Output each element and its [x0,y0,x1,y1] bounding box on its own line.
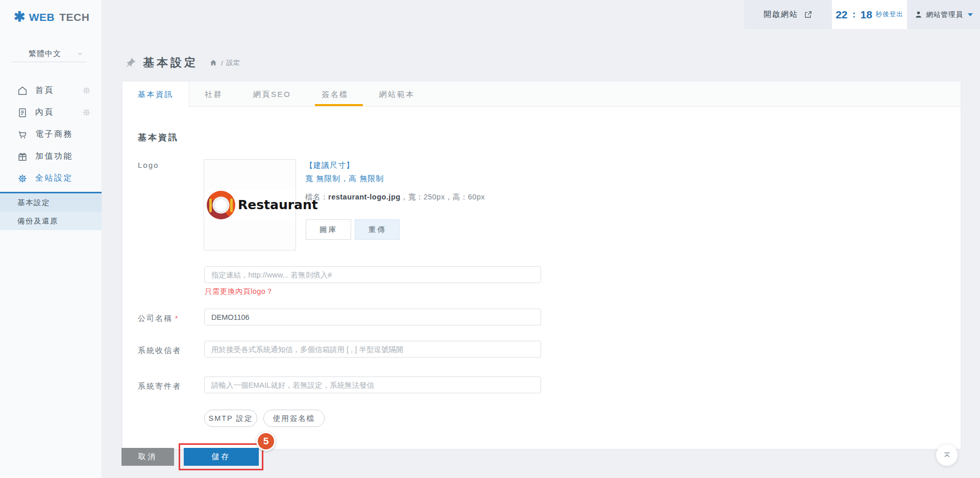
logo-image: Restaurant [204,189,296,221]
company-name-input[interactable] [204,309,541,325]
gear-icon [17,173,28,184]
file-name: restaurant-logo.jpg [328,193,401,201]
timer-suffix-label: 秒後登出 [876,10,903,19]
sidebar-item-label: 內頁 [35,107,54,118]
inner-logo-link[interactable]: 只需更換內頁logo？ [205,287,273,296]
company-name-label-text: 公司名稱 [138,314,173,322]
open-website-label: 開啟網站 [764,10,798,19]
sidebar-item-label: 加值功能 [35,151,73,162]
required-asterisk: * [175,314,179,322]
suggested-size-title: 【建議尺寸】 [305,161,354,170]
open-website-button[interactable]: 開啟網站 [744,0,832,29]
home-icon [17,85,28,96]
person-icon [914,10,923,19]
asterisk-logo-icon: ✱ [14,10,26,24]
tab-site-template[interactable]: 網站範本 [364,82,430,106]
section-title: 基本資訊 [138,132,179,143]
system-receiver-input[interactable] [204,341,541,358]
file-meta: ，寬：250px，高：60px [401,193,485,201]
file-label: 檔名： [305,193,328,201]
sidebar-menu: 首頁 內頁 電子商務 加值功能 [0,80,102,230]
page-title: 基本設定 [143,55,198,70]
brand-name-secondary: TECH [59,11,89,23]
settings-card: 基本資訊 社群 網頁SEO 簽名檔 網站範本 基本資訊 Logo Restaur… [122,82,961,449]
user-menu[interactable]: 網站管理員 [907,0,980,29]
brand-logo: ✱ WEB TECH [14,10,89,24]
gift-icon [17,151,28,162]
logo-preview-box: Restaurant [204,159,296,250]
breadcrumb-separator: / [221,59,223,67]
page-head: 基本設定 / 設定 [125,55,240,70]
sidebar-item-inner-pages[interactable]: 內頁 [0,102,102,123]
timer-seconds: 18 [861,9,872,21]
system-sender-input[interactable] [204,376,541,393]
submenu-item-label: 基本設定 [17,198,50,207]
tab-highlight-underline [315,104,363,106]
tab-label: 網站範本 [379,90,415,98]
tab-signature[interactable]: 簽名檔 [306,82,364,106]
language-select-value: 繁體中文 [29,49,61,59]
gallery-button[interactable]: 圖庫 [306,219,351,240]
chevron-up-top-icon [942,450,952,460]
language-select[interactable]: 繁體中文 [11,46,87,62]
timer-minutes: 22 [836,9,847,21]
submenu-item-label: 備份及還原 [17,217,58,225]
gear-icon[interactable] [82,108,91,117]
home-icon[interactable] [209,59,217,67]
suggested-size-detail: 寬 無限制，高 無限制 [305,174,384,184]
breadcrumb-current: 設定 [227,58,240,67]
tab-label: 社群 [205,90,223,98]
company-name-label: 公司名稱* [138,314,179,323]
breadcrumb: / 設定 [209,58,240,67]
chevron-down-icon [76,50,84,58]
tab-seo[interactable]: 網頁SEO [238,82,306,106]
use-signature-button[interactable]: 使用簽名檔 [263,410,325,427]
timer-separator: ： [850,9,859,20]
tab-strip: 基本資訊 社群 網頁SEO 簽名檔 網站範本 [122,82,961,107]
tab-social[interactable]: 社群 [189,82,238,106]
submenu-item-backup-restore[interactable]: 備份及還原 [0,212,102,230]
gear-icon[interactable] [82,86,91,95]
sidebar-item-home[interactable]: 首頁 [0,80,102,102]
reupload-button[interactable]: 重傳 [355,219,400,240]
tab-basic-info[interactable]: 基本資訊 [122,82,189,107]
restaurant-logo-icon [207,191,235,219]
sidebar-item-label: 首頁 [35,85,54,96]
sidebar-item-ecommerce[interactable]: 電子商務 [0,123,102,145]
logo-link-input[interactable] [204,266,541,283]
plate-icon [213,196,230,213]
fork-icon [209,198,212,212]
tab-label: 網頁SEO [253,90,291,98]
pushpin-icon [125,57,137,69]
cancel-button[interactable]: 取消 [121,448,174,466]
knife-icon [230,198,233,212]
system-receiver-label: 系統收信者 [138,346,181,356]
system-sender-label: 系統寄件者 [138,382,181,391]
caret-down-icon [968,13,973,16]
brand-name-primary: WEB [29,11,55,23]
annotation-step-badge: 5 [256,432,276,451]
session-timer: 22 ： 18 秒後登出 [832,0,907,29]
submenu-item-basic-settings[interactable]: 基本設定 [0,193,102,212]
tab-label: 基本資訊 [138,90,174,98]
site-settings-submenu: 基本設定 備份及還原 [0,192,102,230]
sidebar-item-label: 電子商務 [35,129,73,140]
sidebar: ✱ WEB TECH 繁體中文 首頁 內頁 [0,0,102,478]
sidebar-item-site-settings[interactable]: 全站設定 [0,167,102,189]
sidebar-item-addons[interactable]: 加值功能 [0,145,102,167]
user-name: 網站管理員 [926,10,963,19]
page-icon [17,107,28,118]
admin-app: ✱ WEB TECH 繁體中文 首頁 內頁 [0,0,980,478]
scroll-to-top-button[interactable] [936,444,958,466]
external-link-icon [804,10,813,19]
logo-field-label: Logo [138,161,159,169]
sidebar-item-label: 全站設定 [35,173,73,184]
logo-file-info: 檔名：restaurant-logo.jpg，寬：250px，高：60px [305,192,485,202]
save-button[interactable]: 儲存 [184,448,259,466]
smtp-settings-button[interactable]: SMTP 設定 [204,410,257,427]
tab-label: 簽名檔 [322,90,349,98]
cart-icon [17,129,28,140]
